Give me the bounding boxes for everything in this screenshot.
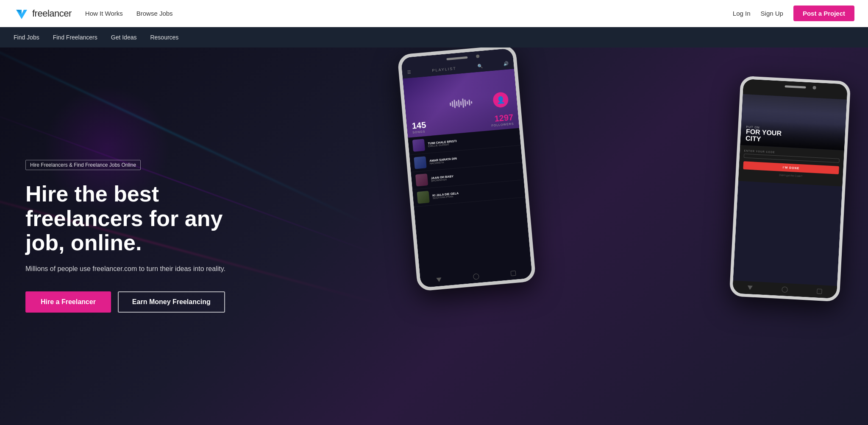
- signup-link[interactable]: Sign Up: [761, 10, 783, 17]
- home-nav-icon: [473, 274, 479, 280]
- back-nav-icon-2: [747, 285, 753, 290]
- phone-1-screen: ☰ PLAYLIST 🔍 🔊 👤: [401, 48, 532, 288]
- search-icon: 🔍: [477, 64, 482, 69]
- find-jobs-link[interactable]: Find Jobs: [14, 34, 39, 41]
- freelancer-logo-icon: [14, 6, 30, 22]
- phone-2-hero: PUT ON FOR YOUR CITY: [740, 94, 847, 151]
- recents-nav-icon-2: [817, 289, 822, 294]
- logo-link[interactable]: freelancer: [14, 6, 72, 22]
- artists-count: 1297 FOLLOWERS: [490, 112, 514, 127]
- volume-icon: 🔊: [503, 62, 509, 67]
- earn-money-button[interactable]: Earn Money Freelancing: [118, 291, 225, 313]
- how-it-works-link[interactable]: How It Works: [85, 10, 123, 17]
- find-freelancers-link[interactable]: Find Freelancers: [53, 34, 97, 41]
- top-navigation: freelancer How It Works Browse Jobs Log …: [0, 0, 868, 27]
- menu-icon: ☰: [407, 70, 411, 75]
- resources-link[interactable]: Resources: [150, 34, 178, 41]
- recents-nav-icon: [510, 271, 516, 276]
- phone-2-form: Enter your code I'M DONE Didn't get the …: [738, 145, 844, 187]
- hero-subtitle: Millions of people use freelancer.com to…: [25, 263, 229, 274]
- hero-breadcrumb: Hire Freelancers & Find Freelance Jobs O…: [25, 160, 141, 170]
- song-info-1: TUMI CHALE BRISTI EMILLIE GURMAT: [428, 134, 516, 148]
- post-project-button[interactable]: Post a Project: [793, 6, 854, 21]
- song-thumb-2: [414, 157, 426, 169]
- songs-count: 145 SONGS: [411, 120, 426, 134]
- back-nav-icon: [436, 278, 441, 282]
- logo-text: freelancer: [32, 8, 72, 19]
- home-nav-icon-2: [782, 286, 788, 293]
- song-thumb-1: [412, 139, 425, 152]
- hero-title: Hire the best freelancers for any job, o…: [25, 182, 263, 255]
- top-nav-right: Log In Sign Up Post a Project: [733, 6, 854, 21]
- hero-content: Hire Freelancers & Find Freelance Jobs O…: [0, 134, 288, 338]
- get-ideas-link[interactable]: Get Ideas: [111, 34, 137, 41]
- phone-mockup-1: ☰ PLAYLIST 🔍 🔊 👤: [397, 48, 536, 292]
- hire-freelancer-button[interactable]: Hire a Freelancer: [25, 291, 111, 313]
- phone-mockup-2: PUT ON FOR YOUR CITY Enter your code I'M…: [729, 76, 851, 302]
- phone-2-screen: PUT ON FOR YOUR CITY Enter your code I'M…: [732, 79, 848, 299]
- hero-section: Hire Freelancers & Find Freelance Jobs O…: [0, 48, 868, 425]
- song-thumb-4: [417, 191, 429, 204]
- top-nav-links: How It Works Browse Jobs: [85, 10, 733, 17]
- song-info-2: AMAR SARATA DIN NACHIKETA: [429, 151, 517, 165]
- song-info-4: KI JALA DIE GELA SOUTIYAN PHAN: [432, 186, 520, 199]
- sub-navigation: Find Jobs Find Freelancers Get Ideas Res…: [0, 27, 868, 48]
- phone-1-nav-bar: [420, 266, 532, 288]
- login-link[interactable]: Log In: [733, 10, 751, 17]
- browse-jobs-link[interactable]: Browse Jobs: [136, 10, 173, 17]
- phone-2-nav-bar: [732, 280, 837, 299]
- playlist-title: PLAYLIST: [432, 66, 456, 73]
- phone-1-hero-image: 👤: [403, 69, 519, 138]
- song-list: TUMI CHALE BRISTI EMILLIE GURMAT AMAR SA…: [408, 128, 525, 207]
- phone-mockups: ☰ PLAYLIST 🔍 🔊 👤: [382, 48, 868, 425]
- hero-buttons: Hire a Freelancer Earn Money Freelancing: [25, 291, 263, 313]
- song-info-3: JAAN OH BABY BROWNFISH: [431, 169, 519, 182]
- song-thumb-3: [415, 174, 428, 187]
- profile-avatar-icon: 👤: [496, 95, 505, 104]
- phone-2-text-overlay: PUT ON FOR YOUR CITY: [746, 125, 782, 143]
